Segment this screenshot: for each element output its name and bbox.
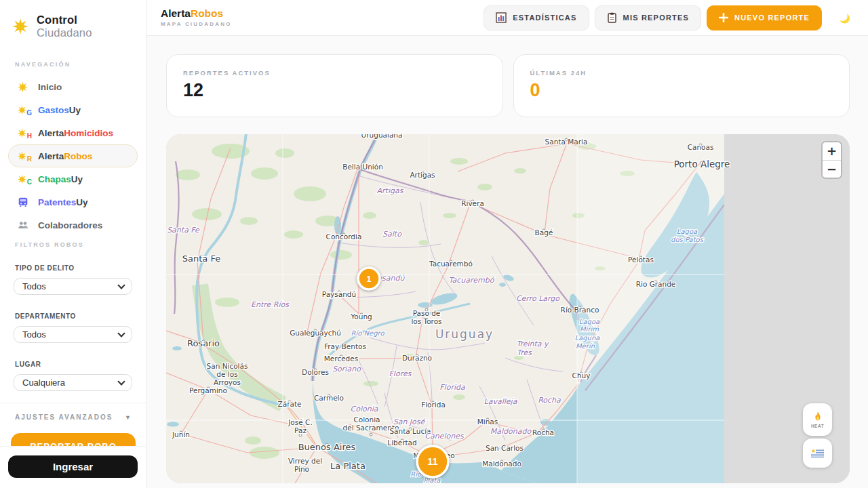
- map-label-water: Lagoa: [677, 228, 698, 236]
- sun-logo-icon: [12, 18, 29, 35]
- brand[interactable]: Control Ciudadano: [0, 0, 146, 39]
- map-label-city: Pergamino: [189, 386, 227, 394]
- map-label-water: Merín: [576, 342, 595, 350]
- departamento-select[interactable]: Todos: [14, 326, 132, 343]
- map-label-dept: Santa Fe: [167, 226, 200, 235]
- advanced-settings-toggle[interactable]: AJUSTES AVANZADOS ▼: [0, 403, 146, 431]
- map-label-city: Santa Maria: [545, 138, 588, 146]
- sun-c-icon: C: [17, 172, 31, 186]
- map-label-dept: Rocha: [538, 396, 561, 405]
- map-container[interactable]: UruguaianaSanta MariaCanoasPorto AlegreB…: [166, 134, 850, 483]
- stats-row: REPORTES ACTIVOS 12 ÚLTIMAS 24H 0: [146, 36, 868, 117]
- map-label-city: Carmelo: [314, 394, 344, 402]
- main-area: AlertaRobos MAPA CIUDADANO ESTADÍSTICAS …: [146, 0, 868, 488]
- heatmap-toggle-button[interactable]: HEAT: [803, 403, 832, 436]
- map-label-city: Dolores: [302, 368, 329, 376]
- map-label-city: Libertad: [387, 439, 416, 447]
- sidebar-item-label: GastosUy: [38, 105, 81, 115]
- map-label-dept: Cerro Largo: [516, 294, 560, 303]
- map-label-city: Maldonado: [482, 460, 521, 468]
- map-label-city: Bagé: [535, 228, 553, 237]
- sidebar-item-gastosuy[interactable]: G GastosUy: [8, 98, 138, 121]
- nuevo-reporte-button[interactable]: NUEVO REPORTE: [707, 5, 822, 30]
- map-label-city: San Nicolás: [207, 362, 248, 370]
- map-label-country: Uruguay: [435, 327, 494, 341]
- map-canvas[interactable]: UruguaianaSanta MariaCanoasPorto AlegreB…: [166, 134, 850, 483]
- filter-label-departamento: DEPARTAMENTO: [15, 312, 131, 320]
- sidebar: Control Ciudadano NAVEGACIÓN Inicio G Ga…: [0, 0, 146, 488]
- map-label-city: Paysandú: [322, 290, 356, 298]
- map-label-city: Chuy: [572, 371, 591, 380]
- map-label-city: Virrey del: [288, 457, 322, 465]
- map-label-water: Mirim: [580, 325, 599, 333]
- filter-label-tipo: TIPO DE DELITO: [15, 264, 131, 272]
- bus-icon: [17, 195, 31, 209]
- filters-section-label: FILTROS ROBOS: [0, 241, 146, 248]
- map-label-city: Artigas: [410, 171, 435, 179]
- brand-name: Control Ciudadano: [37, 14, 135, 39]
- map-cluster-marker[interactable]: 1: [358, 268, 380, 289]
- map-label-city: Pino: [294, 465, 309, 473]
- tile-loading-veil: [577, 134, 724, 483]
- heat-label: HEAT: [811, 424, 824, 428]
- filter-lugar: Cualquiera: [14, 374, 132, 391]
- map-label-city: Mercedes: [324, 354, 358, 363]
- map-label-city: Zárate: [278, 400, 302, 408]
- map-label-city: Rio Grande: [636, 280, 676, 288]
- sidebar-item-colaboradores[interactable]: Colaboradores: [8, 214, 138, 237]
- zoom-out-button[interactable]: −: [823, 160, 841, 178]
- map-label-city: Uruguaiana: [361, 134, 403, 139]
- sidebar-item-label: Inicio: [38, 82, 62, 92]
- dark-mode-toggle[interactable]: [834, 8, 853, 27]
- mis-reportes-button[interactable]: MIS REPORTES: [595, 5, 702, 30]
- page-title: AlertaRobos: [161, 8, 232, 19]
- map-label-city: Paso de: [413, 309, 441, 317]
- header: AlertaRobos MAPA CIUDADANO ESTADÍSTICAS …: [146, 0, 868, 36]
- svg-text:1: 1: [367, 274, 372, 284]
- map-label-city: Gualeguaychú: [290, 329, 341, 337]
- map-label-dept: Flores: [389, 369, 412, 378]
- tipo-delito-select[interactable]: Todos: [14, 278, 132, 295]
- zoom-in-button[interactable]: +: [823, 142, 841, 160]
- estadisticas-button[interactable]: ESTADÍSTICAS: [484, 5, 589, 30]
- map-label-dept: Maldonado: [490, 427, 532, 436]
- map-label-dept: Treinta y: [516, 340, 549, 348]
- map-label-city: Rosario: [187, 338, 220, 348]
- map-cluster-marker[interactable]: 11: [417, 446, 448, 477]
- header-actions: ESTADÍSTICAS MIS REPORTES NUEVO REPORTE: [484, 5, 853, 30]
- map-city-dot: [370, 433, 372, 436]
- stat-value: 0: [530, 80, 833, 101]
- sidebar-item-label: PatentesUy: [38, 197, 88, 207]
- map-label-dept: Entre Ríos: [251, 300, 290, 309]
- map-label-city: Junín: [172, 430, 190, 439]
- stat-value: 12: [183, 80, 486, 101]
- lugar-select[interactable]: Cualquiera: [14, 374, 132, 391]
- sidebar-item-label: ChapasUy: [38, 174, 83, 184]
- language-flag-button[interactable]: [803, 439, 832, 468]
- sun-r-icon: R: [17, 149, 31, 163]
- stat-label: REPORTES ACTIVOS: [183, 69, 486, 77]
- map-label-city: Bella Unión: [342, 163, 383, 171]
- sun-h-icon: H: [17, 126, 31, 140]
- sidebar-item-inicio[interactable]: Inicio: [8, 75, 138, 98]
- map-zoom-control: + −: [823, 142, 841, 178]
- map-label-city: Arroyos: [214, 378, 241, 386]
- moon-icon: [836, 10, 851, 25]
- nav-section-label: NAVEGACIÓN: [0, 61, 146, 68]
- map-label-dept: Florida: [439, 383, 465, 392]
- filter-departamento: Todos: [14, 326, 132, 343]
- map-label-city: Santa Fe: [182, 253, 220, 264]
- chevron-down-icon: ▼: [125, 414, 131, 421]
- sidebar-item-chapasuy[interactable]: C ChapasUy: [8, 167, 138, 190]
- map-label-dept: Soriano: [332, 365, 361, 373]
- map-label-city: Florida: [421, 401, 446, 409]
- map-label-city: Durazno: [402, 354, 432, 362]
- ingresar-button[interactable]: Ingresar: [8, 455, 138, 478]
- map-label-city: San Carlos: [486, 444, 524, 452]
- bar-chart-icon: [496, 12, 507, 23]
- sidebar-item-patentesuy[interactable]: PatentesUy: [8, 190, 138, 214]
- sidebar-item-alertarobos[interactable]: R AlertaRobos: [8, 144, 138, 167]
- map-label-dept: Tacuarembó: [449, 276, 495, 285]
- stat-card-reportes-activos: REPORTES ACTIVOS 12: [166, 54, 503, 117]
- sidebar-item-alertahomicidios[interactable]: H AlertaHomicidios: [8, 121, 138, 144]
